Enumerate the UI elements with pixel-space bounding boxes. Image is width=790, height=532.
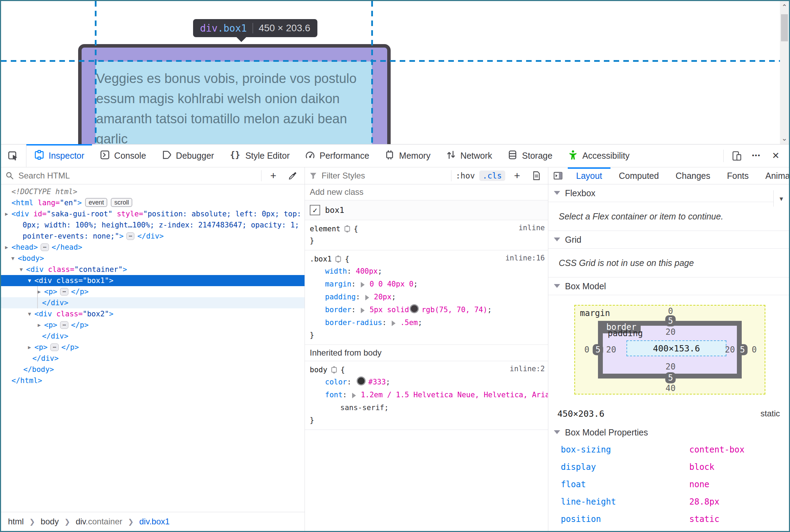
grid-section-header[interactable]: Grid bbox=[548, 231, 789, 249]
event-badge[interactable]: scroll bbox=[111, 198, 132, 207]
expand-arrow-icon[interactable] bbox=[365, 295, 372, 300]
markup-node[interactable]: ▼<div class="container"> bbox=[1, 264, 305, 275]
search-input[interactable]: Search HTML bbox=[18, 171, 70, 181]
add-node-button[interactable]: + bbox=[266, 169, 281, 183]
page-scrollbar[interactable]: ⌃ ⌄ bbox=[780, 1, 789, 144]
box-model-margin-layer[interactable]: margin border padding 400×153.6 0 5 20 2… bbox=[574, 305, 765, 394]
property-value[interactable]: 400px bbox=[356, 267, 378, 275]
scroll-up-icon[interactable]: ⌃ bbox=[780, 2, 789, 11]
property-value[interactable]: #333 bbox=[368, 378, 386, 386]
expand-arrow-icon[interactable] bbox=[352, 393, 359, 398]
markup-node-selected[interactable]: ▼<div class="box1"> bbox=[1, 275, 305, 286]
tab-debugger[interactable]: Debugger bbox=[154, 144, 222, 167]
markup-node[interactable]: ▶<div id="saka-gui-root" style="position… bbox=[1, 208, 305, 219]
property-name[interactable]: font bbox=[325, 391, 343, 399]
expand-arrow-icon[interactable] bbox=[361, 308, 367, 313]
border-right-value[interactable]: 5 bbox=[737, 344, 748, 355]
property-value[interactable]: block bbox=[689, 462, 714, 472]
rule-selector[interactable]: element bbox=[310, 225, 341, 233]
property-value[interactable]: rgb(75, 70, 74) bbox=[422, 306, 488, 314]
markup-node[interactable]: <html lang="en">eventscroll bbox=[1, 197, 305, 208]
twisty-expanded-icon[interactable]: ▼ bbox=[9, 253, 16, 264]
breadcrumb-item-body[interactable]: body bbox=[41, 517, 59, 526]
print-styles-button[interactable] bbox=[529, 169, 544, 183]
property-value[interactable]: 1.2em / 1.5 Helvetica Neue, Helvetica, A… bbox=[361, 391, 548, 399]
rule-selector[interactable]: body bbox=[310, 366, 327, 374]
color-swatch[interactable] bbox=[410, 304, 419, 313]
twisty-expanded-icon[interactable]: ▼ bbox=[18, 264, 25, 275]
collapsed-ellipsis[interactable]: ⋯ bbox=[41, 243, 49, 251]
css-declaration[interactable]: border-radius: .5em; bbox=[310, 316, 543, 329]
collapsed-ellipsis[interactable]: ⋯ bbox=[60, 288, 68, 296]
property-name[interactable]: padding bbox=[325, 293, 356, 301]
css-declaration[interactable]: padding: 20px; bbox=[310, 291, 543, 304]
twisty-expanded-icon[interactable]: ▼ bbox=[26, 308, 33, 319]
breadcrumb-item-box1[interactable]: div.box1 bbox=[139, 517, 170, 526]
property-name[interactable]: border-radius bbox=[325, 318, 382, 327]
sidebar-tab-computed[interactable]: Computed bbox=[610, 167, 667, 184]
tab-style-editor[interactable]: {}Style Editor bbox=[222, 144, 297, 167]
css-declaration[interactable]: margin: 0 0 40px 0; bbox=[310, 278, 543, 291]
property-value[interactable]: 20px bbox=[374, 293, 392, 301]
pseudo-class-toggle[interactable]: :hov bbox=[456, 171, 475, 180]
css-declaration[interactable]: color: #333; bbox=[310, 376, 543, 389]
class-panel-toggle[interactable]: .cls bbox=[479, 171, 505, 181]
sidebar-tab-changes[interactable]: Changes bbox=[667, 167, 718, 184]
markup-node[interactable]: </body> bbox=[1, 364, 305, 375]
rule-source-link[interactable]: inline:16 bbox=[505, 254, 545, 262]
twisty-expanded-icon[interactable]: ▼ bbox=[26, 275, 33, 286]
property-name[interactable]: color bbox=[325, 378, 347, 386]
tab-console[interactable]: Console bbox=[92, 144, 154, 167]
markup-node[interactable]: </div> bbox=[1, 353, 305, 364]
color-swatch[interactable] bbox=[357, 376, 366, 385]
filter-styles-bar[interactable]: Filter Styles :hov .cls + bbox=[305, 167, 548, 184]
markup-node[interactable]: ▼<div class="box2"> bbox=[1, 308, 305, 319]
flexbox-section-header[interactable]: Flexbox bbox=[548, 184, 789, 202]
box-model-section-header[interactable]: Box Model bbox=[548, 277, 789, 295]
close-devtools-button[interactable]: ✕ bbox=[767, 148, 784, 164]
rule-source-link[interactable]: inline bbox=[518, 224, 545, 232]
property-value[interactable]: 28.8px bbox=[689, 497, 720, 507]
margin-bottom-value[interactable]: 40 bbox=[666, 383, 676, 393]
markup-node[interactable]: ▶<p>⋯</p> bbox=[1, 319, 305, 331]
add-new-class-input[interactable]: Add new class bbox=[305, 184, 548, 200]
property-name[interactable]: width bbox=[325, 267, 347, 275]
breadcrumb-item-container[interactable]: div.container bbox=[76, 517, 122, 526]
padding-bottom-value[interactable]: 20 bbox=[666, 362, 676, 372]
twisty-collapsed-icon[interactable]: ▶ bbox=[36, 319, 43, 331]
markup-node[interactable]: ▶<p>⋯</p> bbox=[1, 286, 305, 297]
sidebar-tab-layout[interactable]: Layout bbox=[568, 167, 610, 184]
property-value[interactable]: static bbox=[689, 514, 720, 524]
property-name[interactable]: line-height bbox=[561, 497, 689, 507]
property-name[interactable]: border bbox=[325, 306, 351, 314]
css-declaration[interactable]: width: 400px; bbox=[310, 265, 543, 278]
css-declaration[interactable]: font: 1.2em / 1.5 Helvetica Neue, Helvet… bbox=[310, 389, 543, 401]
markup-node[interactable]: ▶<head>⋯</head> bbox=[1, 242, 305, 253]
expand-arrow-icon[interactable] bbox=[361, 282, 367, 288]
scrollbar-thumb[interactable] bbox=[781, 14, 788, 41]
property-name[interactable]: margin bbox=[325, 280, 351, 288]
add-rule-button[interactable]: + bbox=[509, 169, 525, 183]
markup-node[interactable]: ▼<body> bbox=[1, 253, 305, 264]
collapsed-ellipsis[interactable]: ⋯ bbox=[126, 232, 135, 240]
class-checkbox[interactable]: ✓ bbox=[310, 205, 320, 215]
tab-storage[interactable]: Storage bbox=[500, 144, 560, 167]
element-target-icon[interactable] bbox=[330, 366, 338, 375]
markup-node[interactable]: </html> bbox=[1, 375, 305, 386]
tab-inspector[interactable]: Inspector bbox=[26, 144, 92, 167]
rule-selector[interactable]: .box1 bbox=[310, 255, 332, 263]
markup-node[interactable]: 0px; width: 100%; height…100%; z-index: … bbox=[1, 219, 305, 231]
markup-node[interactable]: </div> bbox=[1, 331, 305, 342]
expand-arrow-icon[interactable] bbox=[392, 321, 398, 326]
property-name[interactable]: display bbox=[561, 462, 689, 472]
markup-node[interactable]: pointer-events: none;">⋯</div> bbox=[1, 231, 305, 242]
twisty-collapsed-icon[interactable]: ▶ bbox=[26, 342, 33, 353]
box-model-content-box[interactable]: 400×153.6 bbox=[626, 340, 726, 356]
margin-left-value[interactable]: 0 bbox=[584, 345, 589, 355]
collapsed-ellipsis[interactable]: ⋯ bbox=[60, 321, 68, 329]
responsive-mode-button[interactable] bbox=[729, 148, 745, 164]
margin-right-value[interactable]: 0 bbox=[752, 345, 757, 355]
property-name[interactable]: float bbox=[561, 480, 689, 489]
twisty-collapsed-icon[interactable]: ▶ bbox=[36, 286, 43, 297]
css-declaration[interactable]: border: 5px solidrgb(75, 70, 74); bbox=[310, 304, 543, 316]
